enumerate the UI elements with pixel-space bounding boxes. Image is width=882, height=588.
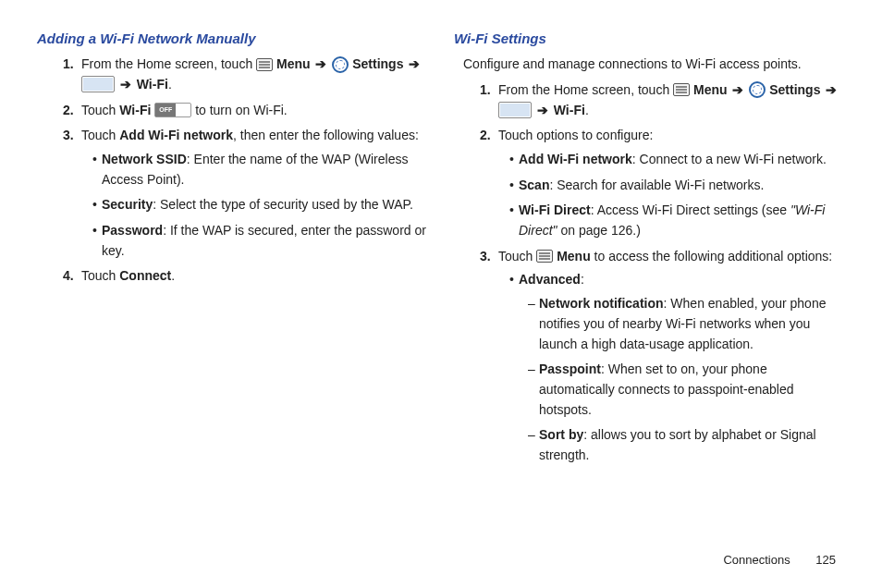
bullet-advanced: Advanced: Network notification: When ena…: [509, 270, 845, 465]
arrow-icon: ➔: [313, 56, 328, 71]
bullet-add-network: Add Wi-Fi network: Connect to a new Wi-F…: [509, 150, 845, 170]
footer-page-number: 125: [815, 553, 836, 567]
menu-icon: [536, 250, 553, 263]
bullet-ssid: Network SSID: Enter the name of the WAP …: [92, 150, 428, 190]
r-step-1: 1. From the Home screen, touch Menu ➔ Se…: [480, 80, 845, 120]
bullet-scan: Scan: Search for available Wi-Fi network…: [509, 176, 845, 196]
dash-sort-by: Sort by: allows you to sort by alphabet …: [528, 425, 845, 465]
connections-icon: [498, 102, 532, 118]
menu-icon: [673, 83, 690, 96]
heading-adding-wifi: Adding a Wi-Fi Network Manually: [37, 28, 428, 49]
page-footer: Connections 125: [723, 551, 836, 570]
settings-icon: [749, 81, 766, 98]
menu-icon: [256, 58, 273, 71]
heading-wifi-settings: Wi-Fi Settings: [454, 28, 845, 49]
bullet-wifi-direct: Wi-Fi Direct: Access Wi-Fi Direct settin…: [509, 201, 845, 240]
step-3: 3. Touch Add Wi-Fi network, then enter t…: [63, 126, 428, 261]
connections-icon: [81, 76, 115, 92]
arrow-icon: ➔: [407, 56, 422, 71]
arrow-icon: ➔: [535, 103, 550, 117]
r-step-2: 2. Touch options to configure: Add Wi-Fi…: [480, 126, 845, 240]
r-step-3: 3. Touch Menu to access the following ad…: [480, 247, 845, 466]
intro-text: Configure and manage connections to Wi-F…: [463, 55, 845, 75]
left-column: Adding a Wi-Fi Network Manually 1. From …: [37, 28, 428, 472]
dash-network-notification: Network notification: When enabled, your…: [528, 294, 845, 354]
right-column: Wi-Fi Settings Configure and manage conn…: [454, 28, 845, 472]
step-4: 4. Touch Connect.: [63, 266, 428, 287]
settings-icon: [332, 56, 349, 73]
step-1: 1. From the Home screen, touch Menu ➔ Se…: [63, 55, 428, 94]
arrow-icon: ➔: [824, 82, 839, 97]
arrow-icon: ➔: [730, 82, 745, 97]
step-2: 2. Touch Wi-Fi to turn on Wi-Fi.: [63, 101, 428, 121]
footer-section: Connections: [723, 553, 790, 567]
bullet-password: Password: If the WAP is secured, enter t…: [92, 221, 428, 261]
off-toggle-icon: [154, 103, 191, 117]
dash-passpoint: Passpoint: When set to on, your phone au…: [528, 360, 845, 420]
arrow-icon: ➔: [118, 77, 133, 92]
bullet-security: Security: Select the type of security us…: [92, 195, 428, 215]
